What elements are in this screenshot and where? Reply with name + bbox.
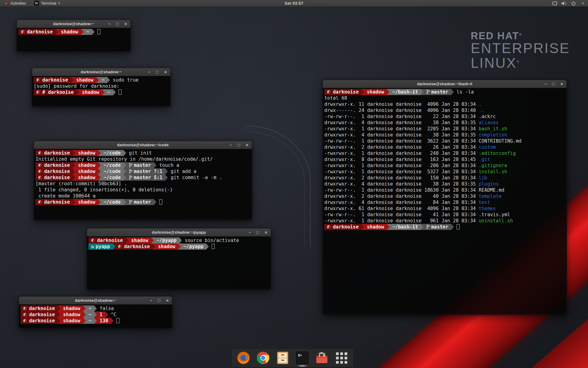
files-icon[interactable] (276, 351, 290, 365)
minimize-button[interactable]: – (545, 82, 547, 86)
prompt-segment-path: ~ (86, 318, 94, 324)
prompt-segment-branch: master S:1 (126, 174, 165, 181)
minimize-button[interactable]: – (148, 70, 150, 74)
prompt-segment-host: shadow (60, 318, 83, 324)
prompt-segment-user: darknoise (36, 162, 73, 168)
chrome-icon[interactable] (256, 351, 270, 365)
powerline-separator (73, 174, 75, 181)
window-titlebar[interactable]: darknoise@shadow:~–□× (19, 297, 172, 305)
terminal-line: drwxrwxr-x. 4 darknoise darknoise 38 Jan… (324, 181, 567, 187)
maximize-button[interactable]: □ (552, 82, 555, 86)
ls-columns: drwxrwxr-x. 4 darknoise darknoise 38 Jan… (324, 181, 479, 187)
powerline-separator (94, 318, 97, 324)
terminal-content[interactable]: darknoiseshadow~/pyappsource bin/activat… (87, 236, 271, 289)
close-button[interactable]: × (264, 230, 268, 234)
system-status-area[interactable]: ▼ (551, 0, 586, 7)
prompt-segment-path: ~/bash-it (390, 224, 421, 230)
terminal-line: drwxrwxr-x. 11 darknoise darknoise 4096 … (324, 101, 567, 107)
app-grid-icon[interactable] (334, 351, 349, 365)
close-button[interactable]: × (166, 298, 169, 302)
close-button[interactable]: × (164, 70, 167, 74)
terminal-content[interactable]: darknoiseshadow~ (17, 28, 130, 51)
terminal-window-sudo[interactable]: darknoise@shadow:~–□×darknoiseshadow~sud… (32, 68, 171, 106)
minimize-button[interactable]: – (249, 230, 251, 234)
terminal-window-code[interactable]: darknoise@shadow:~/code–□×darknoiseshado… (34, 141, 252, 220)
minimize-button[interactable]: – (150, 298, 152, 302)
window-titlebar[interactable]: darknoise@shadow:~–□× (17, 20, 130, 28)
window-titlebar[interactable]: darknoise@shadow:~/code–□× (34, 141, 252, 149)
maximize-button[interactable]: □ (157, 299, 160, 302)
terminal-cursor (97, 29, 100, 34)
close-button[interactable]: × (560, 82, 564, 86)
terminal-content[interactable]: darknoiseshadow~/bash-itmasterls -latota… (323, 88, 567, 314)
firefox-icon[interactable] (236, 351, 251, 365)
terminal-content[interactable]: darknoiseshadow~falsedarknoiseshadow~1^C… (19, 305, 172, 328)
powerline-separator (361, 224, 364, 230)
terminal-icon[interactable]: $> (295, 351, 309, 365)
toolbox-icon[interactable] (315, 351, 329, 365)
window-title: darknoise@shadow:~/pyapp (152, 230, 206, 235)
powerline-separator (83, 312, 86, 318)
ls-filename: bash_it.sh (479, 126, 507, 132)
window-controls: –□× (545, 80, 564, 88)
terminal-window-exitcodes[interactable]: darknoise@shadow:~–□×darknoiseshadow~fal… (19, 296, 172, 328)
ls-columns: -rw-rw-r--. 1 darknoise darknoise 3622 J… (324, 138, 479, 144)
ls-columns: -rwxrwxr-x. 1 darknoise darknoise 240 Ja… (324, 151, 479, 156)
powerline-separator (165, 174, 168, 181)
prompt-segment-path: ~/pyapp (154, 237, 179, 243)
app-menu-terminal[interactable]: $> Terminal ▼ (32, 0, 63, 6)
prompt-segment-host: shadow (364, 89, 387, 95)
powerline-separator (153, 243, 155, 250)
window-titlebar[interactable]: darknoise@shadow:~/pyapp–□× (87, 228, 271, 236)
prompt-os-icon (327, 225, 331, 229)
terminal-content[interactable]: darknoiseshadow~sudo true[sudo] password… (32, 76, 170, 106)
maximize-button[interactable]: □ (156, 70, 159, 74)
prompt-segment-exit: 1 (97, 312, 105, 318)
prompt-segment-user: darknoise (324, 89, 361, 95)
prompt-segment-exit: 130 (97, 318, 111, 324)
powerline-separator (77, 89, 79, 95)
ls-columns: drwxrwxr-x. 8 darknoise darknoise 163 Ja… (324, 157, 479, 162)
minimize-button[interactable]: – (108, 22, 111, 26)
command-text: source bin/activate (182, 238, 239, 243)
minimize-button[interactable]: – (230, 143, 232, 147)
prompt-segment-user: darknoise (36, 199, 73, 205)
terminal-line: darknoiseshadow~/codemaster (36, 199, 252, 205)
maximize-button[interactable]: □ (116, 22, 119, 25)
prompt-segment-host: shadow (75, 162, 98, 168)
prompt-os-icon (36, 78, 40, 82)
app-menu-label: Terminal (41, 1, 56, 6)
maximize-button[interactable]: □ (237, 143, 240, 147)
ls-filename: CONTRIBUTING.md (479, 138, 522, 144)
window-titlebar[interactable]: darknoise@shadow:~/bash-it–□× (323, 80, 567, 88)
prompt-segment-user: darknoise (36, 150, 73, 156)
prompt-segment-path: ~/code (101, 199, 123, 205)
close-button[interactable]: × (124, 22, 127, 26)
terminal-content[interactable]: darknoiseshadow~/codegit initInitialized… (34, 149, 252, 220)
clock[interactable]: Sat 03:57 (285, 1, 303, 6)
ls-columns: -rwxrwxr-x. 1 darknoise darknoise 2205 J… (324, 126, 479, 132)
powerline-separator (107, 77, 110, 83)
ls-columns: drwxrwxr-x. 2 darknoise darknoise 40 Jan… (324, 194, 479, 199)
activities-button[interactable]: Activities (1, 0, 28, 6)
chevron-down-icon: ▼ (58, 2, 60, 5)
prompt-segment-branch: master (126, 162, 154, 168)
terminal-line: -rw-rw-r--. 1 darknoise darknoise 41 Jan… (324, 212, 567, 218)
close-button[interactable]: × (245, 143, 249, 147)
prompt-segment-user: darknoise (34, 77, 71, 83)
window-titlebar[interactable]: darknoise@shadow:~–□× (32, 68, 170, 76)
terminal-line: drwxrwxr-x. 4 darknoise darknoise 38 Jan… (324, 120, 567, 126)
terminal-window-home-small[interactable]: darknoise@shadow:~–□×darknoiseshadow~ (17, 20, 131, 52)
terminal-line: darknoiseshadow~/pyappsource bin/activat… (89, 237, 271, 243)
prompt-segment-host: shadow (75, 199, 98, 205)
ls-filename: README.md (479, 187, 504, 193)
prompt-segment-user: darknoise (324, 224, 361, 230)
prompt-os-icon (23, 319, 27, 323)
maximize-button[interactable]: □ (256, 231, 259, 234)
ls-filename: plugins (479, 181, 499, 187)
ls-columns: drwxrwxr-x. 2 darknoise darknoise 150 Ja… (324, 175, 479, 181)
powerline-separator (421, 89, 424, 95)
terminal-cursor (119, 90, 122, 95)
terminal-window-pyapp[interactable]: darknoise@shadow:~/pyapp–□×darknoiseshad… (87, 228, 271, 289)
terminal-window-bash-it[interactable]: darknoise@shadow:~/bash-it–□×darknoisesh… (322, 80, 567, 315)
